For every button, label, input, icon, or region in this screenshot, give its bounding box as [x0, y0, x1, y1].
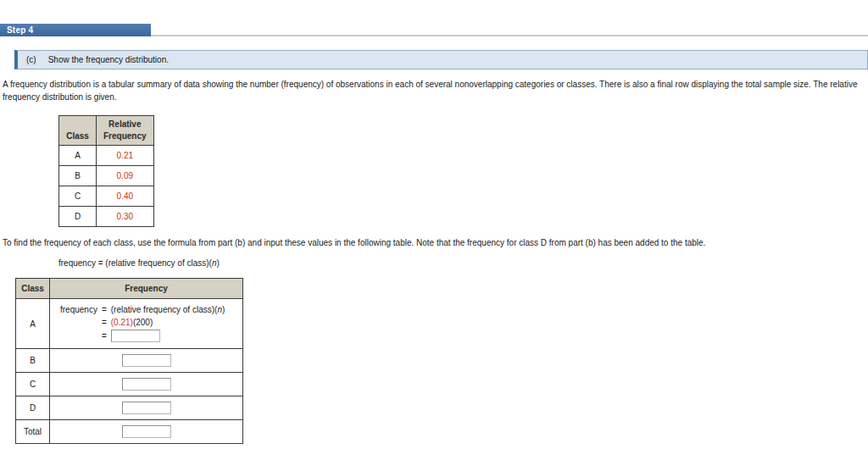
relative-frequency-table: Class Relative Frequency A 0.21 B 0.09 C… — [58, 115, 154, 227]
frequency-input-b[interactable] — [122, 354, 171, 367]
rf-row-c: C 0.40 — [59, 186, 154, 207]
formula-rhs: (relative frequency of class)(n) — [105, 258, 220, 268]
rf-header-relative-frequency: Relative Frequency — [97, 116, 154, 146]
rf-value-d: 0.30 — [97, 207, 154, 227]
freq-row-c: C — [16, 373, 243, 396]
rf-header-class: Class — [59, 116, 97, 146]
work-equals-3: = — [102, 330, 107, 341]
formula-lhs: frequency — [58, 258, 96, 268]
rf-class-d: D — [59, 207, 97, 227]
freq-row-a: A frequency = (relative frequency of cla… — [16, 299, 243, 349]
frequency-formula: frequency = (relative frequency of class… — [58, 258, 868, 269]
frequency-input-d[interactable] — [122, 402, 171, 414]
freq-work-a: frequency = (relative frequency of class… — [50, 299, 243, 349]
freq-header-row: Class Frequency — [16, 279, 243, 299]
freq-row-b: B — [16, 349, 243, 373]
freq-header-frequency: Frequency — [50, 279, 243, 299]
question-text: Show the frequency distribution. — [48, 55, 169, 64]
frequency-table: Class Frequency A frequency = (relative … — [15, 278, 243, 444]
work-rhs-3 — [111, 330, 225, 342]
frequency-input-a[interactable] — [111, 330, 160, 342]
work-equals-1: = — [102, 304, 107, 315]
work-rhs-1: (relative frequency of class)(n) — [111, 304, 225, 315]
rf-value-c: 0.40 — [97, 186, 154, 207]
work-rhs-prefix: (relative frequency of class)( — [111, 305, 218, 314]
freq-class-a: A — [16, 299, 50, 349]
frequency-input-c[interactable] — [122, 378, 171, 391]
freq-class-d: D — [16, 396, 50, 420]
work-equals-2: = — [102, 317, 107, 328]
freq-class-total: Total — [16, 420, 50, 444]
freq-answer-cell-b — [50, 349, 243, 373]
freq-work-grid: frequency = (relative frequency of class… — [60, 304, 239, 342]
formula-equals: = — [98, 258, 103, 268]
freq-row-d: D — [16, 396, 243, 420]
freq-class-c: C — [16, 373, 50, 396]
question-callout: (c)Show the frequency distribution. — [14, 50, 868, 69]
freq-row-total: Total — [16, 420, 243, 444]
rf-row-d: D 0.30 — [59, 207, 154, 227]
rf-row-a: A 0.21 — [59, 146, 154, 166]
work-rhs-2: (0.21)(200) — [111, 317, 225, 328]
rf-value-a: 0.21 — [97, 146, 154, 166]
freq-header-class: Class — [16, 279, 50, 299]
work-black-factor: (200) — [133, 318, 153, 327]
rf-value-b: 0.09 — [97, 166, 154, 186]
rf-row-b: B 0.09 — [59, 166, 154, 186]
freq-answer-cell-total — [50, 420, 243, 444]
intro-paragraph: A frequency distribution is a tabular su… — [3, 78, 866, 103]
step-label: Step 4 — [0, 24, 151, 36]
rf-class-b: B — [59, 166, 97, 186]
work-red-factor: (0.21) — [111, 318, 133, 327]
step-header: Step 4 — [0, 24, 868, 36]
frequency-input-total[interactable] — [122, 425, 171, 438]
formula-rhs-suffix: ) — [217, 258, 220, 268]
formula-rhs-prefix: (relative frequency of class)( — [105, 258, 212, 268]
freq-answer-cell-d — [50, 396, 243, 420]
rf-header-row: Class Relative Frequency — [59, 116, 154, 146]
rf-class-c: C — [59, 186, 97, 207]
instruction-paragraph: To find the frequency of each class, use… — [3, 237, 866, 249]
rf-class-a: A — [59, 146, 97, 166]
work-lhs: frequency — [60, 304, 97, 315]
work-rhs-suffix: ) — [222, 305, 225, 314]
freq-class-b: B — [16, 349, 50, 373]
question-part-label: (c) — [26, 55, 36, 64]
freq-answer-cell-c — [50, 373, 243, 396]
